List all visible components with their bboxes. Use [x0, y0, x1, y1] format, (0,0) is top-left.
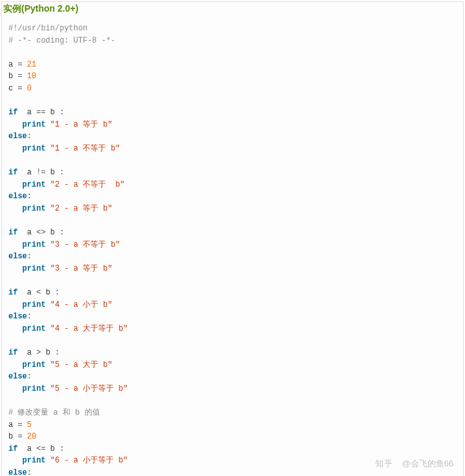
else-kw: else [8, 192, 27, 201]
coding-line: # -*- coding: UTF-8 -*- [8, 36, 116, 45]
num-0: 0 [27, 84, 32, 93]
else-kw: else [8, 372, 27, 381]
if-kw: if [8, 108, 17, 117]
str: "5 - a 小于等于 b" [50, 384, 128, 393]
str: "2 - a 不等于 b" [50, 180, 125, 189]
print-kw: print [23, 144, 46, 153]
rhs: b [46, 348, 50, 357]
print-kw: print [23, 324, 46, 333]
print-kw: print [23, 456, 46, 465]
lhs: a [27, 168, 32, 177]
var-a: a [8, 420, 13, 429]
print-kw: print [23, 240, 46, 249]
rhs: b [50, 444, 55, 453]
eq: = [17, 432, 22, 441]
eq: = [17, 72, 22, 81]
var-a: a [8, 60, 13, 69]
str: "1 - a 等于 b" [50, 120, 112, 129]
colon: : [27, 312, 32, 321]
op: <= [36, 444, 45, 453]
colon: : [27, 468, 32, 476]
op: < [36, 288, 41, 297]
else-kw: else [8, 312, 27, 321]
colon: : [27, 192, 32, 201]
str: "4 - a 大于等于 b" [50, 324, 128, 333]
str: "2 - a 等于 b" [50, 204, 112, 213]
print-kw: print [23, 360, 46, 369]
colon: : [59, 168, 64, 177]
eq: = [17, 60, 22, 69]
print-kw: print [23, 384, 46, 393]
str: "1 - a 不等于 b" [50, 144, 120, 153]
num-10: 10 [27, 72, 36, 81]
if-kw: if [8, 348, 17, 357]
lhs: a [27, 444, 32, 453]
if-kw: if [8, 444, 17, 453]
if-kw: if [8, 288, 17, 297]
example-title: 实例(Python 2.0+) [2, 2, 463, 19]
lhs: a [27, 348, 32, 357]
colon: : [59, 228, 64, 237]
num-5: 5 [27, 420, 32, 429]
colon: : [55, 288, 59, 297]
rhs: b [46, 288, 50, 297]
print-kw: print [23, 120, 46, 129]
colon: : [59, 444, 64, 453]
if-kw: if [8, 168, 17, 177]
op: == [36, 108, 45, 117]
str: "3 - a 不等于 b" [50, 240, 120, 249]
code-block: #!/usr/bin/python # -*- coding: UTF-8 -*… [2, 19, 463, 476]
print-kw: print [23, 264, 46, 273]
colon: : [27, 132, 32, 141]
else-kw: else [8, 252, 27, 261]
num-20: 20 [27, 432, 36, 441]
print-kw: print [23, 180, 46, 189]
op: <> [36, 228, 45, 237]
op: > [36, 348, 41, 357]
colon: : [27, 252, 32, 261]
print-kw: print [23, 300, 46, 309]
var-c: c [8, 84, 13, 93]
str: "3 - a 等于 b" [50, 264, 112, 273]
num-21: 21 [27, 60, 36, 69]
rhs: b [50, 108, 55, 117]
var-b: b [8, 432, 13, 441]
lhs: a [27, 288, 32, 297]
var-b: b [8, 72, 13, 81]
lhs: a [27, 228, 32, 237]
code-example-card: 实例(Python 2.0+) #!/usr/bin/python # -*- … [1, 1, 464, 476]
str: "6 - a 小于等于 b" [50, 456, 128, 465]
eq: = [17, 84, 22, 93]
lhs: a [27, 108, 32, 117]
if-kw: if [8, 228, 17, 237]
colon: : [27, 372, 32, 381]
op: != [36, 168, 45, 177]
str: "4 - a 小于 b" [50, 300, 112, 309]
else-kw: else [8, 132, 27, 141]
rhs: b [50, 228, 55, 237]
comment-modify: # 修改变量 a 和 b 的值 [8, 408, 100, 417]
rhs: b [50, 168, 55, 177]
print-kw: print [23, 204, 46, 213]
shebang-line: #!/usr/bin/python [8, 24, 87, 33]
colon: : [55, 348, 59, 357]
eq: = [17, 420, 22, 429]
str: "5 - a 大于 b" [50, 360, 112, 369]
else-kw: else [8, 468, 27, 476]
colon: : [59, 108, 64, 117]
